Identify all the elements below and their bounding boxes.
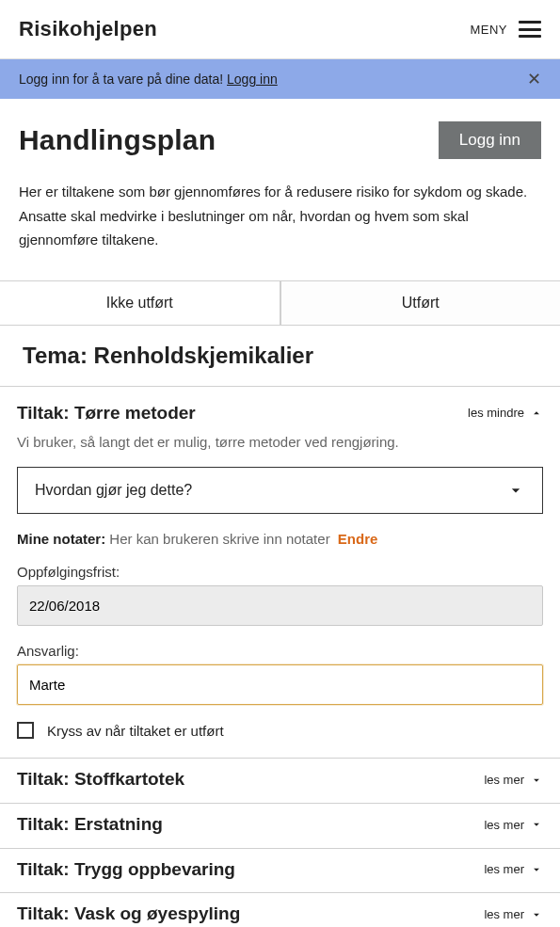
tiltak-header: Tiltak: Stoffkartotek les mer: [17, 768, 543, 791]
tiltak-header: Tiltak: Vask og øyespyling les mer: [17, 903, 543, 926]
chevron-down-icon: [530, 908, 543, 921]
responsible-input[interactable]: [17, 664, 543, 705]
expand-toggle[interactable]: les mer: [484, 862, 543, 876]
deadline-input[interactable]: [17, 585, 543, 626]
tema-name: Renholdskjemikalier: [94, 343, 313, 368]
intro-text: Her er tiltakene som bør gjennomføres fo…: [0, 167, 560, 280]
tiltak-description: Vi bruker, så langt det er mulig, tørre …: [17, 434, 543, 450]
expand-toggle[interactable]: les mer: [484, 907, 543, 921]
app-header: Risikohjelpen MENY: [0, 0, 560, 59]
done-checkbox[interactable]: [17, 722, 34, 739]
toggle-label: les mer: [484, 862, 524, 876]
notes-label: Mine notater:: [17, 531, 105, 547]
tiltak-title: Tiltak: Erstatning: [17, 813, 163, 837]
notice-text: Logg inn for å ta vare på dine data!: [19, 72, 227, 87]
notes-placeholder: Her kan brukeren skrive inn notater: [109, 531, 333, 547]
tiltak-erstatning: Tiltak: Erstatning les mer: [0, 804, 560, 849]
chevron-down-icon: [530, 863, 543, 876]
login-button[interactable]: Logg inn: [439, 121, 541, 159]
menu-label: MENY: [470, 23, 507, 37]
tiltak-torre-metoder: Tiltak: Tørre metoder les mindre Vi bruk…: [0, 387, 560, 759]
responsible-label: Ansvarlig:: [17, 643, 543, 659]
expand-toggle[interactable]: les mer: [484, 818, 543, 832]
chevron-down-icon: [530, 818, 543, 831]
menu-button[interactable]: MENY: [470, 21, 541, 38]
tab-not-done[interactable]: Ikke utført: [0, 281, 280, 325]
notice-login-link[interactable]: Logg inn: [227, 72, 278, 87]
tiltak-title: Tiltak: Vask og øyespyling: [17, 903, 240, 926]
toggle-label: les mer: [484, 907, 524, 921]
notice-text-wrap: Logg inn for å ta vare på dine data! Log…: [19, 72, 278, 87]
deadline-label: Oppfølgingsfrist:: [17, 564, 543, 580]
tiltak-stoffkartotek: Tiltak: Stoffkartotek les mer: [0, 759, 560, 804]
notes-row: Mine notater: Her kan brukeren skrive in…: [17, 531, 543, 547]
tiltak-title: Tiltak: Stoffkartotek: [17, 768, 184, 791]
tiltak-vask-oyespyling: Tiltak: Vask og øyespyling les mer: [0, 893, 560, 927]
expand-toggle[interactable]: les mer: [484, 773, 543, 787]
tiltak-trygg-oppbevaring: Tiltak: Trygg oppbevaring les mer: [0, 849, 560, 894]
login-notice: Logg inn for å ta vare på dine data! Log…: [0, 59, 560, 99]
close-icon[interactable]: ✕: [527, 71, 541, 88]
tabs: Ikke utført Utført: [0, 280, 560, 326]
title-row: Handlingsplan Logg inn: [0, 99, 560, 167]
how-dropdown[interactable]: Hvordan gjør jeg dette?: [17, 467, 543, 514]
tiltak-header: Tiltak: Trygg oppbevaring les mer: [17, 858, 543, 882]
tiltak-header: Tiltak: Tørre metoder les mindre: [17, 402, 543, 425]
page-title: Handlingsplan: [19, 124, 216, 156]
chevron-down-icon: [506, 481, 525, 500]
tiltak-title: Tiltak: Tørre metoder: [17, 402, 196, 425]
toggle-label: les mer: [484, 773, 524, 787]
chevron-up-icon: [530, 407, 543, 420]
app-logo: Risikohjelpen: [19, 17, 157, 41]
tiltak-header: Tiltak: Erstatning les mer: [17, 813, 543, 837]
hamburger-icon: [519, 21, 541, 38]
how-label: Hvordan gjør jeg dette?: [35, 482, 192, 499]
tema-prefix: Tema:: [23, 343, 94, 368]
tema-heading: Tema: Renholdskjemikalier: [0, 326, 560, 387]
done-checkbox-label: Kryss av når tiltaket er utført: [47, 723, 224, 739]
done-checkbox-row: Kryss av når tiltaket er utført: [17, 722, 543, 739]
toggle-label: les mer: [484, 818, 524, 832]
tab-done[interactable]: Utført: [280, 281, 561, 325]
edit-notes-link[interactable]: Endre: [338, 531, 378, 547]
collapse-toggle[interactable]: les mindre: [468, 406, 543, 420]
toggle-label: les mindre: [468, 406, 524, 420]
chevron-down-icon: [530, 774, 543, 787]
tiltak-title: Tiltak: Trygg oppbevaring: [17, 858, 235, 882]
